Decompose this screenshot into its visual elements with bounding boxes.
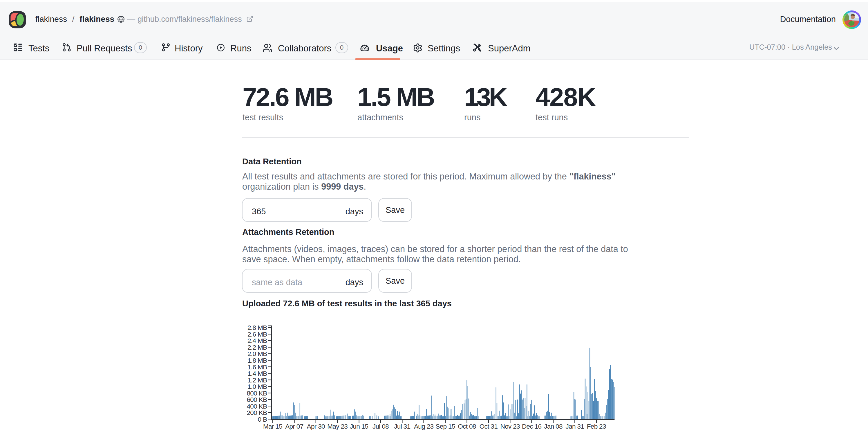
svg-text:0 B: 0 B <box>258 416 267 423</box>
svg-text:2.8 MB: 2.8 MB <box>247 324 267 331</box>
svg-text:200 KB: 200 KB <box>247 409 267 416</box>
svg-text:1.8 MB: 1.8 MB <box>247 357 267 364</box>
svg-text:Feb 23: Feb 23 <box>587 423 606 430</box>
svg-text:1.2 MB: 1.2 MB <box>247 377 267 384</box>
svg-text:Jan 31: Jan 31 <box>566 423 584 430</box>
svg-text:Jun 15: Jun 15 <box>350 423 368 430</box>
svg-text:2.4 MB: 2.4 MB <box>247 337 267 344</box>
svg-text:Oct 31: Oct 31 <box>479 423 498 430</box>
svg-text:Apr 30: Apr 30 <box>307 423 325 430</box>
svg-text:1.6 MB: 1.6 MB <box>247 364 267 371</box>
svg-text:Jul 31: Jul 31 <box>394 423 410 430</box>
svg-text:1.0 MB: 1.0 MB <box>247 383 267 390</box>
svg-text:Jul 08: Jul 08 <box>372 423 389 430</box>
svg-text:May 23: May 23 <box>327 423 347 430</box>
svg-text:600 KB: 600 KB <box>247 396 267 403</box>
svg-text:Apr 07: Apr 07 <box>285 423 304 430</box>
svg-text:400 KB: 400 KB <box>247 403 267 410</box>
svg-text:Nov 23: Nov 23 <box>500 423 520 430</box>
svg-text:2.6 MB: 2.6 MB <box>247 331 267 338</box>
svg-text:1.4 MB: 1.4 MB <box>247 370 267 377</box>
svg-text:2.0 MB: 2.0 MB <box>247 350 267 357</box>
svg-text:Oct 08: Oct 08 <box>458 423 476 430</box>
svg-text:Aug 23: Aug 23 <box>414 423 434 430</box>
svg-text:Jan 08: Jan 08 <box>544 423 562 430</box>
svg-text:Dec 16: Dec 16 <box>522 423 541 430</box>
svg-text:800 KB: 800 KB <box>247 390 267 397</box>
svg-text:Mar 15: Mar 15 <box>263 423 282 430</box>
svg-text:2.2 MB: 2.2 MB <box>247 344 267 351</box>
svg-text:Sep 15: Sep 15 <box>435 423 455 430</box>
